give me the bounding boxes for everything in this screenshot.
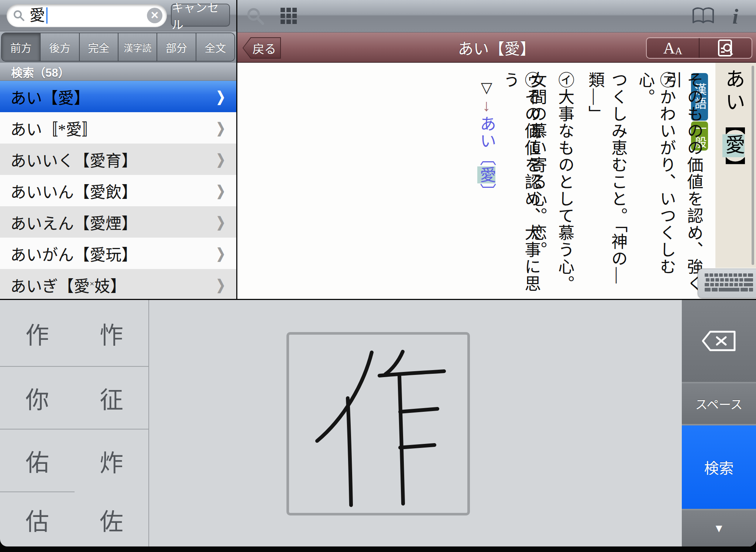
backspace-icon	[701, 330, 737, 352]
result-label: あい【愛】	[10, 85, 90, 108]
search-mode-tab[interactable]: 後方	[41, 33, 79, 61]
handwriting-keyboard: 作怍你征佑炸估佐	[0, 299, 756, 552]
candidate-character[interactable]: 你	[0, 367, 75, 429]
backspace-button[interactable]	[682, 300, 756, 382]
result-label: あい〚*愛〛	[10, 117, 98, 139]
triangle-down-icon: ▼	[714, 522, 725, 535]
result-list-item[interactable]: あいぎ【愛×妓】 ❯	[0, 269, 236, 300]
result-list-item[interactable]: あい〚*愛〛 ❯	[0, 112, 236, 144]
text-cursor	[46, 7, 48, 24]
header-segmented-control: AA	[646, 37, 752, 59]
search-input[interactable]: 愛 ✕	[7, 4, 167, 27]
cross-reference-link[interactable]: ▽↓あい〔愛〕	[476, 79, 497, 300]
definition-column: ㋒その価値を認め、大事に思う	[499, 72, 542, 299]
search-mode-tab[interactable]: 部分	[157, 33, 196, 61]
down-arrow-icon: ↓	[477, 97, 495, 115]
candidate-character[interactable]: 佐	[75, 492, 149, 546]
entry-headword: あい【愛】	[721, 69, 746, 177]
search-in-page-button[interactable]	[700, 38, 752, 58]
result-label: あいがん【愛玩】	[10, 242, 137, 265]
entry-title: あい【愛】	[458, 36, 535, 59]
result-label: あいぎ【愛×妓】	[10, 273, 126, 296]
search-mode-tab[interactable]: 前方	[2, 33, 41, 61]
chevron-right-icon: ❯	[216, 277, 225, 293]
entry-content: あい【愛】 漢語 一般 そのものの価値を認め、強く引㋐かわいがり、いつくしむ心。…	[237, 63, 756, 300]
definition-column: ㋐かわいがり、いつくしむ心。	[635, 72, 677, 299]
definition-column: つくしみ恵むこと。「神の―	[607, 72, 628, 299]
result-label: あいいん【愛飲】	[10, 179, 137, 202]
chevron-right-icon: ❯	[216, 245, 225, 262]
search-query: 愛	[30, 8, 45, 23]
font-size-button[interactable]: AA	[647, 38, 700, 58]
back-button[interactable]: 戻る	[243, 37, 281, 59]
entry-header: 戻る あい【愛】 AA	[237, 32, 756, 63]
candidate-character[interactable]: 作	[0, 300, 75, 367]
result-list-item[interactable]: あい【愛】 ❯	[0, 81, 236, 112]
chevron-right-icon: ❯	[216, 89, 225, 105]
space-button[interactable]: スペース	[682, 383, 756, 424]
triangle-marker: ▽	[478, 79, 495, 97]
candidate-character[interactable]: 佑	[0, 429, 75, 492]
handwritten-character-strokes	[289, 335, 467, 513]
entry-panel: i 戻る あい【愛】 AA	[236, 0, 756, 300]
dismiss-keyboard-button[interactable]: ▼	[682, 510, 756, 546]
search-mode-tabbar: 前方後方完全漢字読部分全文	[0, 31, 236, 63]
candidate-character[interactable]: 炸	[75, 429, 149, 492]
definition-column: 類―」	[584, 72, 605, 299]
dictionary-app: 愛 ✕ キャンセル 前方後方完全漢字読部分全文 検索（58） あい【愛】 ❯ あ…	[0, 0, 756, 552]
info-icon[interactable]: i	[727, 0, 744, 32]
definition-column: ㋑大事なものとして慕う心。	[554, 72, 575, 299]
search-mode-tab[interactable]: 漢字読	[118, 33, 157, 61]
chevron-right-icon: ❯	[216, 151, 225, 168]
candidate-character[interactable]: 怍	[75, 300, 149, 367]
search-tool-icon[interactable]	[245, 0, 266, 32]
result-list-item[interactable]: あいいく【愛育】 ❯	[0, 144, 236, 175]
result-list-item[interactable]: あいいん【愛飲】 ❯	[0, 175, 236, 206]
handwriting-canvas[interactable]	[286, 332, 470, 515]
search-mode-tab[interactable]: 完全	[80, 33, 118, 61]
search-icon	[13, 9, 25, 22]
search-mode-tab[interactable]: 全文	[196, 33, 234, 61]
result-list-item[interactable]: あいえん【愛煙】 ❯	[0, 206, 236, 238]
result-list-item[interactable]: あいがん【愛玩】 ❯	[0, 238, 236, 269]
scrollbar[interactable]	[752, 66, 754, 265]
show-keyboard-button[interactable]	[698, 269, 756, 298]
result-label: あいいく【愛育】	[10, 148, 137, 171]
chevron-right-icon: ❯	[216, 120, 225, 136]
keyboard-panel: 作怍你征佑炸估佐	[0, 300, 756, 546]
page-search-icon	[717, 39, 735, 57]
results-list: あい【愛】 ❯ あい〚*愛〛 ❯ あいいく【愛育】 ❯ あいいん【愛飲】 ❯ あ…	[0, 81, 236, 300]
chevron-right-icon: ❯	[216, 183, 225, 199]
results-count-header: 検索（58）	[0, 63, 236, 81]
keyboard-icon	[703, 272, 755, 295]
keyboard-search-button[interactable]: 検索	[682, 425, 756, 509]
grid-menu-icon[interactable]	[280, 0, 298, 32]
candidate-character[interactable]: 征	[75, 367, 149, 429]
cancel-button[interactable]: キャンセル	[171, 4, 230, 27]
clear-search-icon[interactable]: ✕	[147, 8, 162, 23]
chevron-right-icon: ❯	[216, 214, 225, 230]
search-mode-tabs: 前方後方完全漢字読部分全文	[1, 32, 235, 62]
entry-toolbar: i	[237, 0, 756, 32]
search-results-panel: 愛 ✕ キャンセル 前方後方完全漢字読部分全文 検索（58） あい【愛】 ❯ あ…	[0, 0, 236, 300]
bookmarks-icon[interactable]	[691, 0, 715, 32]
candidate-grid: 作怍你征佑炸估佐	[0, 300, 150, 546]
candidate-character[interactable]: 估	[0, 492, 75, 546]
search-toolbar: 愛 ✕ キャンセル	[0, 0, 236, 31]
result-label: あいえん【愛煙】	[10, 211, 137, 234]
